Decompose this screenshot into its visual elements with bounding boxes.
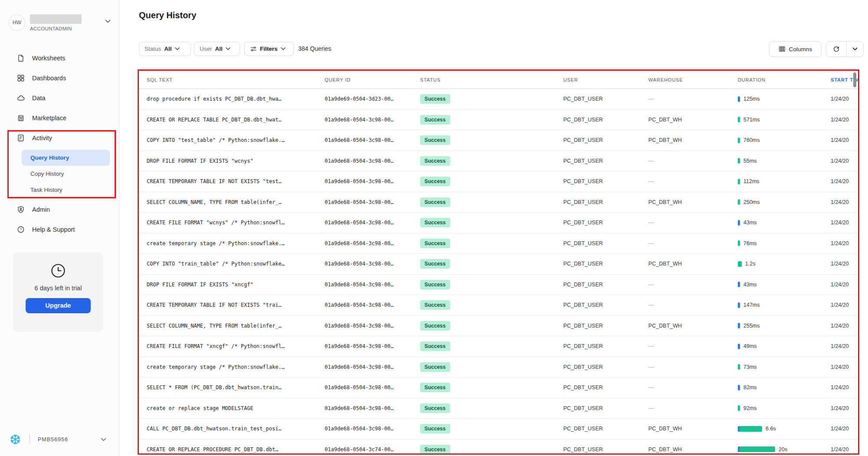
table-row[interactable]: SELECT COLUMN_NAME, TYPE FROM table(infe… <box>139 316 858 337</box>
duration-bar <box>738 364 740 370</box>
admin-icon <box>16 205 25 214</box>
sql-text-cell: SELECT COLUMN_NAME, TYPE FROM table(infe… <box>139 323 325 329</box>
status-cell: Success <box>420 280 563 289</box>
filters-button-label: Filters <box>260 46 278 52</box>
duration-bar <box>738 199 740 205</box>
warehouse-cell: PC_DBT_WH <box>648 261 738 267</box>
table-row[interactable]: CREATE OR REPLACE PROCEDURE PC_DBT_DB.db… <box>139 440 858 455</box>
start-time-cell: 1/24/20 <box>831 261 858 267</box>
chevron-down-icon <box>281 47 286 50</box>
table-row[interactable]: DROP FILE FORMAT IF EXISTS "wcnys" 01a9d… <box>139 151 858 172</box>
status-badge: Success <box>420 300 450 310</box>
sidebar-item-dashboards[interactable]: Dashboards <box>0 68 119 88</box>
column-header-user[interactable]: USER <box>563 77 648 82</box>
upgrade-button[interactable]: Upgrade <box>26 298 91 313</box>
filters-button[interactable]: Filters <box>244 42 294 56</box>
status-cell: Success <box>420 239 563 248</box>
sidebar-item-help-support[interactable]: ? Help & Support <box>0 220 119 239</box>
duration-value: 147ms <box>743 302 760 308</box>
duration-bar <box>738 158 740 164</box>
user-filter[interactable]: User All <box>194 42 240 56</box>
status-cell: Success <box>420 259 563 269</box>
status-filter[interactable]: Status All <box>139 42 191 56</box>
status-badge: Success <box>420 383 450 392</box>
start-time-cell: 1/24/20 <box>831 96 858 102</box>
sidebar-item-copy-history[interactable]: Copy History <box>22 166 110 182</box>
query-id-cell: 01a9de68-0504-3c98-00… <box>325 282 420 288</box>
dashboards-icon <box>16 74 25 82</box>
chevron-down-icon <box>101 438 106 441</box>
sidebar-item-worksheets[interactable]: Worksheets <box>0 48 119 68</box>
status-cell: Success <box>420 424 563 433</box>
duration-cell: 112ms <box>738 178 831 184</box>
table-row[interactable]: CREATE OR REPLACE TABLE PC_DBT_DB.dbt_hw… <box>139 110 858 131</box>
duration-value: 255ms <box>743 323 760 329</box>
table-row[interactable]: drop procedure if exists PC_DBT_DB.dbt_h… <box>139 89 858 110</box>
sql-text-cell: COPY INTO "test_table" /* Python:snowfla… <box>139 137 325 143</box>
table-row[interactable]: CREATE TEMPORARY TABLE IF NOT EXISTS "tr… <box>139 295 858 316</box>
query-id-cell: 01a9de68-0504-3c98-00… <box>325 426 420 432</box>
query-history-table: SQL TEXT QUERY ID STATUS USER WAREHOUSE … <box>139 71 858 454</box>
start-time-cell: 1/24/20 <box>831 199 858 205</box>
warehouse-cell: — <box>648 282 738 288</box>
sidebar-item-activity[interactable]: Activity <box>0 128 119 148</box>
page-title: Query History <box>139 10 196 20</box>
sidebar-item-task-history[interactable]: Task History <box>22 182 110 198</box>
sidebar-item-admin[interactable]: Admin <box>0 200 119 220</box>
columns-button[interactable]: Columns <box>769 41 822 57</box>
table-row[interactable]: DROP FILE FORMAT IF EXISTS "xncgf" 01a9d… <box>139 275 858 295</box>
table-row[interactable]: SELECT * FROM (PC_DBT_DB.dbt_hwatson.tra… <box>139 377 858 398</box>
column-header-sql-text[interactable]: SQL TEXT <box>139 77 325 82</box>
sidebar-item-data[interactable]: Data <box>0 88 119 108</box>
table-row[interactable]: COPY INTO "test_table" /* Python:snowfla… <box>139 130 858 151</box>
account-switcher[interactable]: HW ACCOUNTADMIN <box>9 14 111 31</box>
duration-cell: 76ms <box>738 240 831 246</box>
status-cell: Success <box>420 94 563 104</box>
status-badge: Success <box>420 362 450 372</box>
table-row[interactable]: CALL PC_DBT_DB.dbt_hwatson.train_test_po… <box>139 419 858 440</box>
table-row[interactable]: CREATE FILE FORMAT "xncgf" /* Python:sno… <box>139 336 858 357</box>
subnav-item-label: Task History <box>30 187 62 193</box>
filters-icon <box>250 46 257 52</box>
table-row[interactable]: SELECT COLUMN_NAME, TYPE FROM table(infe… <box>139 192 858 213</box>
refresh-button[interactable] <box>826 42 846 56</box>
sidebar-item-label: Data <box>32 95 46 102</box>
start-time-cell: 1/24/20 <box>831 343 858 349</box>
chevron-down-icon <box>175 47 180 50</box>
sql-text-cell: CREATE OR REPLACE PROCEDURE PC_DBT_DB.db… <box>139 446 325 453</box>
sidebar-item-marketplace[interactable]: Marketplace <box>0 108 119 128</box>
column-header-duration[interactable]: DURATION <box>738 77 831 82</box>
sidebar-nav: Worksheets Dashboards Data Marketplace A… <box>0 48 119 239</box>
table-row[interactable]: CREATE TEMPORARY TABLE IF NOT EXISTS "te… <box>139 171 858 192</box>
column-header-query-id[interactable]: QUERY ID <box>325 77 420 82</box>
refresh-options-button[interactable] <box>847 42 863 56</box>
table-row[interactable]: create temporary stage /* Python:snowfla… <box>139 233 858 254</box>
table-row[interactable]: CREATE FILE FORMAT "wcnys" /* Python:sno… <box>139 213 858 233</box>
status-cell: Success <box>420 445 563 454</box>
table-scrollbar-thumb[interactable] <box>853 72 856 87</box>
query-id-cell: 01a9de68-0504-3c98-00… <box>325 302 420 308</box>
user-cell: PC_DBT_USER <box>563 323 648 329</box>
status-cell: Success <box>420 383 563 392</box>
column-header-status[interactable]: STATUS <box>420 77 563 82</box>
duration-bar <box>738 405 740 411</box>
warehouse-cell: — <box>648 178 738 184</box>
sidebar-item-query-history[interactable]: Query History <box>22 150 110 166</box>
start-time-cell: 1/24/20 <box>831 426 858 432</box>
duration-bar <box>738 344 740 349</box>
status-cell: Success <box>420 156 563 166</box>
query-id-cell: 01a9de68-0504-3c98-00… <box>325 117 420 123</box>
duration-bar <box>738 426 762 432</box>
sql-text-cell: create or replace stage MODELSTAGE <box>139 405 325 411</box>
table-row[interactable]: create or replace stage MODELSTAGE 01a9d… <box>139 398 858 419</box>
duration-value: 6.6s <box>766 426 776 432</box>
table-row[interactable]: COPY INTO "train_table" /* Python:snowfl… <box>139 254 858 275</box>
table-row[interactable]: create temporary stage /* Python:snowfla… <box>139 357 858 378</box>
query-id-cell: 01a9de68-0504-3c98-00… <box>325 364 420 370</box>
account-selector[interactable]: ❆ PMB56956 <box>10 430 112 449</box>
column-header-warehouse[interactable]: WAREHOUSE <box>648 77 738 82</box>
query-id-cell: 01a9de68-0504-3c98-00… <box>325 405 420 411</box>
duration-value: 73ms <box>743 364 757 370</box>
user-cell: PC_DBT_USER <box>563 343 648 349</box>
duration-value: 43ms <box>743 282 757 288</box>
